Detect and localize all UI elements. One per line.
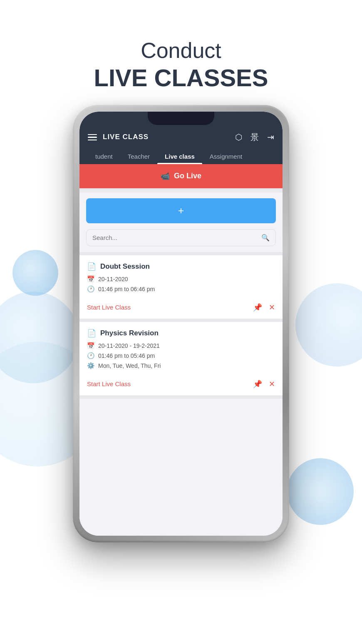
header-line1: Conduct (94, 37, 268, 63)
pin-icon-2[interactable]: 📌 (253, 379, 262, 389)
session-card-physics: 📄 Physics Revision 📅 20-11-2020 - 19-2-2… (79, 322, 283, 395)
top-bar-icons: ⬡ 景 ⇥ (235, 132, 274, 143)
page-header: Conduct LIVE CLASSES (94, 37, 268, 92)
add-button[interactable]: + (86, 198, 276, 223)
tabs-row: tudent Teacher Live class Assignment (88, 149, 274, 164)
session-time-row-2: 🕐 01:46 pm to 05:46 pm (87, 352, 275, 359)
session-date-row-1: 📅 20-11-2020 (87, 275, 275, 283)
session-title-2: Physics Revision (100, 329, 159, 337)
search-container: 🔍 (86, 229, 276, 246)
session-date-row-2: 📅 20-11-2020 - 19-2-2021 (87, 342, 275, 349)
session-actions-1: 📌 ✕ (253, 303, 275, 312)
bg-circle-right (295, 283, 362, 367)
session-title-row-1: 📄 Doubt Session (87, 262, 275, 271)
section-divider-1 (79, 188, 283, 192)
go-live-label: Go Live (174, 172, 201, 180)
start-live-link-2[interactable]: Start Live Class (87, 380, 131, 387)
session-footer-2: Start Live Class 📌 ✕ (87, 375, 275, 389)
list-divider-1 (79, 252, 283, 255)
phone-shell: LIVE CLASS ⬡ 景 ⇥ tudent Teacher Live cla… (73, 105, 289, 542)
session-title-row-2: 📄 Physics Revision (87, 329, 275, 338)
bg-circle-small (12, 250, 58, 296)
go-live-icon: 📹 (161, 172, 170, 181)
phone-notch (148, 112, 214, 125)
logout-icon[interactable]: ⇥ (267, 132, 274, 142)
hamburger-icon[interactable] (88, 134, 97, 141)
header-line2: LIVE CLASSES (94, 63, 268, 92)
tab-assignment[interactable]: Assignment (202, 149, 250, 164)
search-input[interactable] (92, 234, 258, 241)
gear-icon-2: ⚙️ (87, 362, 95, 369)
calendar-icon-1: 📅 (87, 275, 95, 283)
session-card-doubt: 📄 Doubt Session 📅 20-11-2020 🕐 01:46 pm … (79, 255, 283, 319)
session-doc-icon-2: 📄 (87, 329, 96, 338)
session-time-2: 01:46 pm to 05:46 pm (98, 352, 155, 359)
session-days-row-2: ⚙️ Mon, Tue, Wed, Thu, Fri (87, 362, 275, 369)
pin-icon-1[interactable]: 📌 (253, 303, 262, 312)
cube-icon[interactable]: ⬡ (235, 132, 242, 142)
session-title-1: Doubt Session (100, 262, 150, 271)
add-icon: + (178, 205, 184, 217)
close-icon-1[interactable]: ✕ (269, 303, 275, 312)
list-divider-3 (79, 395, 283, 399)
tab-liveclass[interactable]: Live class (157, 149, 202, 164)
start-live-link-1[interactable]: Start Live Class (87, 304, 131, 311)
screen-body: 📹 Go Live + 🔍 (79, 164, 283, 536)
session-time-row-1: 🕐 01:46 pm to 06:46 pm (87, 285, 275, 293)
session-date-2: 20-11-2020 - 19-2-2021 (98, 342, 160, 349)
list-divider-2 (79, 319, 283, 322)
session-days-2: Mon, Tue, Wed, Thu, Fri (98, 362, 161, 369)
top-bar-left: LIVE CLASS (88, 133, 149, 141)
session-actions-2: 📌 ✕ (253, 379, 275, 389)
session-doc-icon-1: 📄 (87, 262, 96, 271)
session-time-1: 01:46 pm to 06:46 pm (98, 286, 155, 292)
tab-teacher[interactable]: Teacher (120, 149, 157, 164)
app-title: LIVE CLASS (103, 133, 149, 141)
tab-student[interactable]: tudent (88, 149, 120, 164)
phone-screen: LIVE CLASS ⬡ 景 ⇥ tudent Teacher Live cla… (79, 112, 283, 536)
session-date-1: 20-11-2020 (98, 276, 128, 282)
search-icon: 🔍 (261, 234, 270, 242)
clock-icon-1: 🕐 (87, 285, 95, 293)
classroom-icon[interactable]: 景 (250, 132, 259, 143)
phone-device: LIVE CLASS ⬡ 景 ⇥ tudent Teacher Live cla… (73, 105, 289, 542)
app-content: LIVE CLASS ⬡ 景 ⇥ tudent Teacher Live cla… (79, 112, 283, 536)
close-icon-2[interactable]: ✕ (269, 379, 275, 389)
calendar-icon-2: 📅 (87, 342, 95, 349)
go-live-button[interactable]: 📹 Go Live (79, 164, 283, 188)
session-footer-1: Start Live Class 📌 ✕ (87, 299, 275, 312)
clock-icon-2: 🕐 (87, 352, 95, 359)
top-bar-row: LIVE CLASS ⬡ 景 ⇥ (88, 132, 274, 149)
bg-circle-bottom-right (287, 458, 354, 525)
